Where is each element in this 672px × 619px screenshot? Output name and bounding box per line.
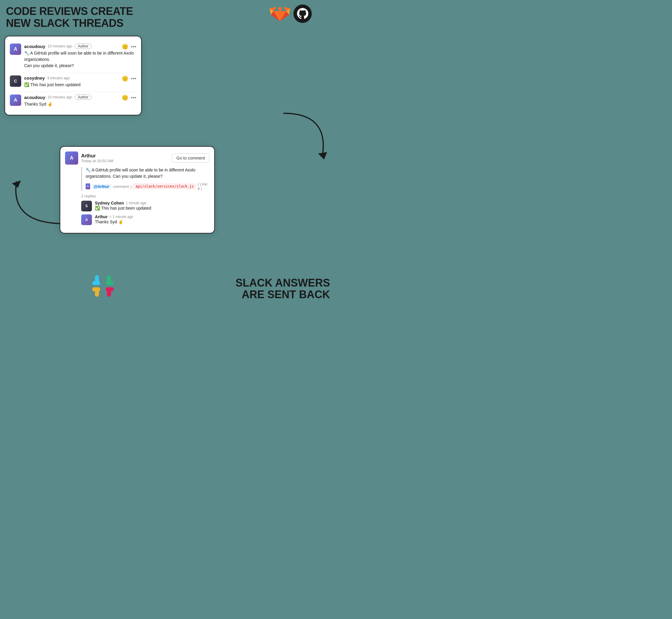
reply-header-sydney: Sydney Cohen 1 minute ago: [95, 201, 151, 205]
reply-row-arthur: A Arthur < 1 minute ago Thanks Syd ✌️: [81, 214, 209, 225]
emoji-icon-3[interactable]: 🙂: [122, 94, 128, 101]
code-ref-line: A @Arthur comment | api/slack/services/s…: [86, 182, 209, 191]
emoji-icon-1[interactable]: 🙂: [122, 44, 128, 50]
msg-header-2: cosydney 4 minutes ago: [24, 75, 136, 80]
author-badge-1: Author: [75, 44, 91, 49]
reply-time-arthur: < 1 minute ago: [110, 215, 133, 219]
msg-username-2: cosydney: [24, 75, 45, 80]
at-mention: @Arthur: [92, 184, 111, 189]
msg-text-1: 🔧 A GitHub profile will soon be able to …: [24, 50, 136, 69]
svg-marker-9: [318, 152, 327, 159]
msg-header-1: acoudouy 10 minutes ago Author: [24, 44, 136, 49]
line-ref: | Line: 6 |: [197, 182, 209, 191]
title-line2: NEW SLACK THREADS: [6, 17, 124, 29]
reply-time-sydney: 1 minute ago: [126, 201, 146, 205]
arrow-right-down: [275, 107, 334, 167]
github-icon: [293, 4, 312, 23]
emoji-icon-2[interactable]: 🙂: [122, 75, 128, 82]
message-row-2: C cosydney 4 minutes ago ✅ This has just…: [10, 73, 136, 91]
avatar-acoudouy-2: A: [10, 94, 21, 106]
msg-text-2: ✅ This has just been updated: [24, 82, 136, 88]
bottom-avatar-arthur: A: [65, 151, 78, 164]
mini-avatar-arthur: A: [86, 183, 90, 189]
message-row-3: A acoudouy 10 minutes ago Author Thanks …: [10, 92, 136, 110]
page-wrapper: CODE REVIEWS CREATE NEW SLACK THREADS A: [0, 0, 336, 310]
msg-username-3: acoudouy: [24, 95, 45, 100]
reply-avatar-sydney: S: [81, 201, 92, 211]
msg-content-2: cosydney 4 minutes ago ✅ This has just b…: [24, 75, 136, 88]
avatar-cosydney: C: [10, 75, 21, 87]
msg-text-line2-1: Can you update it, please?: [24, 63, 74, 68]
avatar-acoudouy-1: A: [10, 44, 21, 55]
svg-rect-16: [92, 287, 100, 292]
bottom-msg-text: 🔧 A GitHub profile will soon be able to …: [86, 167, 209, 180]
bottom-right-line1: SLACK ANSWERS: [235, 277, 330, 289]
svg-point-8: [293, 4, 311, 23]
more-icon-2[interactable]: •••: [131, 76, 136, 82]
msg-username-1: acoudouy: [24, 44, 45, 49]
msg-header-3: acoudouy 10 minutes ago Author: [24, 94, 136, 100]
bottom-right-line2: ARE SENT BACK: [242, 288, 330, 300]
reply-username-arthur: Arthur: [95, 214, 108, 219]
replies-section: 2 replies S Sydney Cohen 1 minute ago ✅ …: [81, 194, 209, 225]
reply-avatar-arthur: A: [81, 214, 92, 225]
replies-count: 2 replies: [81, 194, 209, 198]
author-badge-3: Author: [75, 94, 91, 100]
svg-marker-7: [278, 6, 282, 11]
message-row-1: A acoudouy 10 minutes ago Author 🔧 A Git…: [10, 41, 136, 72]
reply-username-sydney: Sydney Cohen: [95, 201, 124, 205]
msg-time-1: 10 minutes ago: [48, 44, 72, 48]
more-icon-3[interactable]: •••: [131, 95, 136, 101]
bottom-msg-header: A Arthur Today at 10:02 AM Go to comment: [65, 151, 209, 164]
svg-rect-18: [106, 287, 114, 292]
title-section: CODE REVIEWS CREATE NEW SLACK THREADS: [6, 5, 133, 29]
bottom-right-label: SLACK ANSWERS ARE SENT BACK: [235, 277, 330, 300]
gitlab-icon: [269, 3, 291, 24]
bottom-user-info: Arthur Today at 10:02 AM: [81, 153, 169, 163]
title-line1: CODE REVIEWS CREATE: [6, 5, 133, 17]
msg-actions-1: 🙂 •••: [122, 44, 136, 50]
reply-content-arthur: Arthur < 1 minute ago Thanks Syd ✌️: [95, 214, 133, 225]
msg-text-3: Thanks Syd ✌️: [24, 101, 136, 107]
msg-content-3: acoudouy 10 minutes ago Author Thanks Sy…: [24, 94, 136, 107]
msg-text-line1-3: Thanks Syd ✌️: [24, 102, 53, 107]
page-title: CODE REVIEWS CREATE NEW SLACK THREADS: [6, 5, 133, 29]
msg-actions-3: 🙂 •••: [122, 94, 136, 101]
reply-content-sydney: Sydney Cohen 1 minute ago ✅ This has jus…: [95, 201, 151, 211]
svg-rect-12: [92, 281, 100, 285]
msg-time-3: 10 minutes ago: [48, 95, 72, 99]
slack-card-top: A acoudouy 10 minutes ago Author 🔧 A Git…: [4, 36, 142, 115]
reply-text-sydney: ✅ This has just been updated: [95, 205, 151, 211]
msg-text-line1-1: 🔧 A GitHub profile will soon be able to …: [24, 51, 134, 62]
msg-text-line1-2: ✅ This has just been updated: [24, 82, 80, 87]
comment-label: comment: [113, 184, 129, 189]
reply-row-sydney: S Sydney Cohen 1 minute ago ✅ This has j…: [81, 201, 209, 211]
slack-card-bottom: A Arthur Today at 10:02 AM Go to comment…: [60, 146, 215, 233]
msg-actions-2: 🙂 •••: [122, 75, 136, 82]
go-to-comment-button[interactable]: Go to comment: [172, 153, 209, 162]
slack-logo: [89, 273, 116, 300]
top-icons: [269, 3, 312, 24]
bottom-username: Arthur: [81, 153, 169, 159]
more-icon-1[interactable]: •••: [131, 44, 136, 50]
bottom-msg-body: 🔧 A GitHub profile will soon be able to …: [81, 167, 209, 191]
svg-rect-14: [106, 281, 114, 285]
msg-content-1: acoudouy 10 minutes ago Author 🔧 A GitHu…: [24, 44, 136, 69]
code-path: api/slack/services/slack.js: [133, 184, 196, 189]
reply-header-arthur: Arthur < 1 minute ago: [95, 214, 133, 219]
msg-time-2: 4 minutes ago: [47, 76, 69, 80]
bottom-time: Today at 10:02 AM: [81, 159, 169, 163]
reply-text-arthur: Thanks Syd ✌️: [95, 219, 133, 225]
